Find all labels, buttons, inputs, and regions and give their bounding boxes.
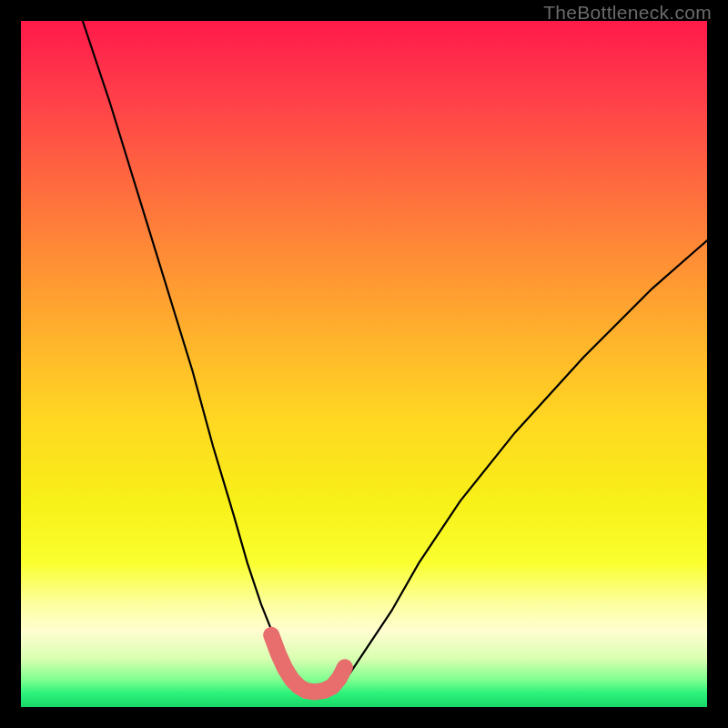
attribution-text: TheBottleneck.com bbox=[543, 2, 712, 24]
bottleneck-curve bbox=[83, 21, 707, 693]
curve-svg bbox=[21, 21, 707, 707]
valley-marker bbox=[271, 635, 345, 693]
